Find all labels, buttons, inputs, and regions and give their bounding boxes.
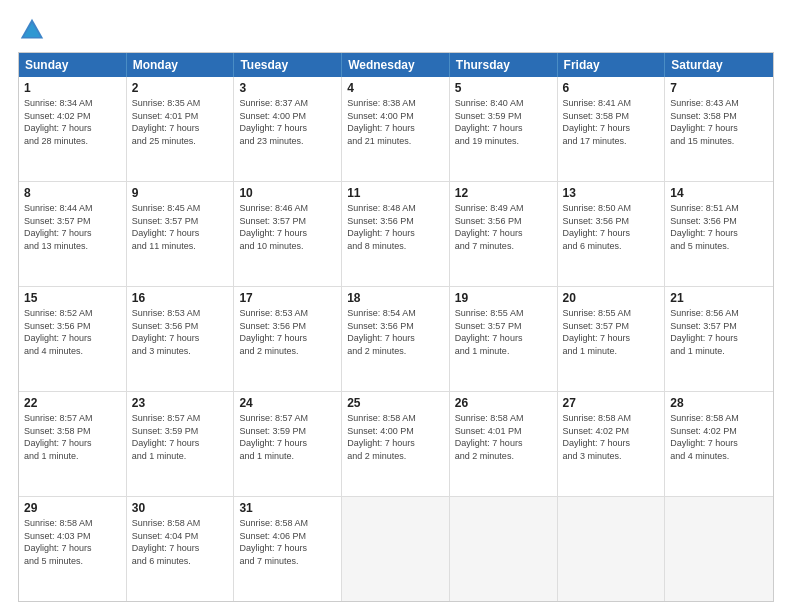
day-number: 27 xyxy=(563,396,660,410)
day-info: Sunrise: 8:37 AM Sunset: 4:00 PM Dayligh… xyxy=(239,97,336,147)
header-day-wednesday: Wednesday xyxy=(342,53,450,77)
day-cell-17: 17Sunrise: 8:53 AM Sunset: 3:56 PM Dayli… xyxy=(234,287,342,391)
day-info: Sunrise: 8:41 AM Sunset: 3:58 PM Dayligh… xyxy=(563,97,660,147)
day-cell-7: 7Sunrise: 8:43 AM Sunset: 3:58 PM Daylig… xyxy=(665,77,773,181)
header-day-sunday: Sunday xyxy=(19,53,127,77)
day-number: 20 xyxy=(563,291,660,305)
day-number: 22 xyxy=(24,396,121,410)
day-cell-15: 15Sunrise: 8:52 AM Sunset: 3:56 PM Dayli… xyxy=(19,287,127,391)
day-number: 14 xyxy=(670,186,768,200)
day-info: Sunrise: 8:35 AM Sunset: 4:01 PM Dayligh… xyxy=(132,97,229,147)
day-info: Sunrise: 8:58 AM Sunset: 4:03 PM Dayligh… xyxy=(24,517,121,567)
day-info: Sunrise: 8:58 AM Sunset: 4:01 PM Dayligh… xyxy=(455,412,552,462)
day-number: 23 xyxy=(132,396,229,410)
day-number: 4 xyxy=(347,81,444,95)
day-cell-14: 14Sunrise: 8:51 AM Sunset: 3:56 PM Dayli… xyxy=(665,182,773,286)
day-cell-22: 22Sunrise: 8:57 AM Sunset: 3:58 PM Dayli… xyxy=(19,392,127,496)
day-info: Sunrise: 8:52 AM Sunset: 3:56 PM Dayligh… xyxy=(24,307,121,357)
day-number: 1 xyxy=(24,81,121,95)
day-number: 18 xyxy=(347,291,444,305)
day-cell-2: 2Sunrise: 8:35 AM Sunset: 4:01 PM Daylig… xyxy=(127,77,235,181)
day-info: Sunrise: 8:54 AM Sunset: 3:56 PM Dayligh… xyxy=(347,307,444,357)
day-info: Sunrise: 8:44 AM Sunset: 3:57 PM Dayligh… xyxy=(24,202,121,252)
day-cell-20: 20Sunrise: 8:55 AM Sunset: 3:57 PM Dayli… xyxy=(558,287,666,391)
day-number: 31 xyxy=(239,501,336,515)
day-number: 29 xyxy=(24,501,121,515)
day-info: Sunrise: 8:57 AM Sunset: 3:58 PM Dayligh… xyxy=(24,412,121,462)
day-number: 3 xyxy=(239,81,336,95)
day-number: 5 xyxy=(455,81,552,95)
day-cell-30: 30Sunrise: 8:58 AM Sunset: 4:04 PM Dayli… xyxy=(127,497,235,601)
day-cell-6: 6Sunrise: 8:41 AM Sunset: 3:58 PM Daylig… xyxy=(558,77,666,181)
day-number: 16 xyxy=(132,291,229,305)
day-info: Sunrise: 8:58 AM Sunset: 4:00 PM Dayligh… xyxy=(347,412,444,462)
day-info: Sunrise: 8:55 AM Sunset: 3:57 PM Dayligh… xyxy=(455,307,552,357)
day-number: 28 xyxy=(670,396,768,410)
empty-cell xyxy=(342,497,450,601)
calendar-header: SundayMondayTuesdayWednesdayThursdayFrid… xyxy=(19,53,773,77)
calendar-row-3: 15Sunrise: 8:52 AM Sunset: 3:56 PM Dayli… xyxy=(19,286,773,391)
day-number: 13 xyxy=(563,186,660,200)
page: SundayMondayTuesdayWednesdayThursdayFrid… xyxy=(0,0,792,612)
day-cell-16: 16Sunrise: 8:53 AM Sunset: 3:56 PM Dayli… xyxy=(127,287,235,391)
day-number: 2 xyxy=(132,81,229,95)
day-number: 9 xyxy=(132,186,229,200)
day-info: Sunrise: 8:38 AM Sunset: 4:00 PM Dayligh… xyxy=(347,97,444,147)
day-cell-10: 10Sunrise: 8:46 AM Sunset: 3:57 PM Dayli… xyxy=(234,182,342,286)
calendar-row-1: 1Sunrise: 8:34 AM Sunset: 4:02 PM Daylig… xyxy=(19,77,773,181)
day-cell-13: 13Sunrise: 8:50 AM Sunset: 3:56 PM Dayli… xyxy=(558,182,666,286)
day-info: Sunrise: 8:57 AM Sunset: 3:59 PM Dayligh… xyxy=(132,412,229,462)
day-number: 25 xyxy=(347,396,444,410)
header-day-thursday: Thursday xyxy=(450,53,558,77)
day-cell-29: 29Sunrise: 8:58 AM Sunset: 4:03 PM Dayli… xyxy=(19,497,127,601)
header-day-friday: Friday xyxy=(558,53,666,77)
day-info: Sunrise: 8:43 AM Sunset: 3:58 PM Dayligh… xyxy=(670,97,768,147)
header-day-monday: Monday xyxy=(127,53,235,77)
day-number: 12 xyxy=(455,186,552,200)
day-info: Sunrise: 8:51 AM Sunset: 3:56 PM Dayligh… xyxy=(670,202,768,252)
day-number: 10 xyxy=(239,186,336,200)
day-number: 11 xyxy=(347,186,444,200)
day-cell-11: 11Sunrise: 8:48 AM Sunset: 3:56 PM Dayli… xyxy=(342,182,450,286)
logo-icon xyxy=(18,16,46,44)
day-number: 17 xyxy=(239,291,336,305)
day-info: Sunrise: 8:58 AM Sunset: 4:06 PM Dayligh… xyxy=(239,517,336,567)
day-cell-25: 25Sunrise: 8:58 AM Sunset: 4:00 PM Dayli… xyxy=(342,392,450,496)
day-cell-24: 24Sunrise: 8:57 AM Sunset: 3:59 PM Dayli… xyxy=(234,392,342,496)
day-number: 15 xyxy=(24,291,121,305)
day-number: 24 xyxy=(239,396,336,410)
day-cell-9: 9Sunrise: 8:45 AM Sunset: 3:57 PM Daylig… xyxy=(127,182,235,286)
day-cell-26: 26Sunrise: 8:58 AM Sunset: 4:01 PM Dayli… xyxy=(450,392,558,496)
day-cell-28: 28Sunrise: 8:58 AM Sunset: 4:02 PM Dayli… xyxy=(665,392,773,496)
day-number: 19 xyxy=(455,291,552,305)
day-info: Sunrise: 8:58 AM Sunset: 4:02 PM Dayligh… xyxy=(563,412,660,462)
day-info: Sunrise: 8:53 AM Sunset: 3:56 PM Dayligh… xyxy=(239,307,336,357)
day-cell-8: 8Sunrise: 8:44 AM Sunset: 3:57 PM Daylig… xyxy=(19,182,127,286)
day-info: Sunrise: 8:56 AM Sunset: 3:57 PM Dayligh… xyxy=(670,307,768,357)
day-cell-1: 1Sunrise: 8:34 AM Sunset: 4:02 PM Daylig… xyxy=(19,77,127,181)
empty-cell xyxy=(665,497,773,601)
day-number: 21 xyxy=(670,291,768,305)
day-cell-27: 27Sunrise: 8:58 AM Sunset: 4:02 PM Dayli… xyxy=(558,392,666,496)
day-cell-12: 12Sunrise: 8:49 AM Sunset: 3:56 PM Dayli… xyxy=(450,182,558,286)
day-cell-18: 18Sunrise: 8:54 AM Sunset: 3:56 PM Dayli… xyxy=(342,287,450,391)
calendar-row-4: 22Sunrise: 8:57 AM Sunset: 3:58 PM Dayli… xyxy=(19,391,773,496)
calendar-row-2: 8Sunrise: 8:44 AM Sunset: 3:57 PM Daylig… xyxy=(19,181,773,286)
calendar-row-5: 29Sunrise: 8:58 AM Sunset: 4:03 PM Dayli… xyxy=(19,496,773,601)
empty-cell xyxy=(450,497,558,601)
day-info: Sunrise: 8:48 AM Sunset: 3:56 PM Dayligh… xyxy=(347,202,444,252)
header-day-saturday: Saturday xyxy=(665,53,773,77)
day-number: 6 xyxy=(563,81,660,95)
day-number: 8 xyxy=(24,186,121,200)
header xyxy=(18,16,774,44)
day-cell-4: 4Sunrise: 8:38 AM Sunset: 4:00 PM Daylig… xyxy=(342,77,450,181)
day-info: Sunrise: 8:45 AM Sunset: 3:57 PM Dayligh… xyxy=(132,202,229,252)
day-cell-23: 23Sunrise: 8:57 AM Sunset: 3:59 PM Dayli… xyxy=(127,392,235,496)
day-info: Sunrise: 8:46 AM Sunset: 3:57 PM Dayligh… xyxy=(239,202,336,252)
day-cell-31: 31Sunrise: 8:58 AM Sunset: 4:06 PM Dayli… xyxy=(234,497,342,601)
logo xyxy=(18,16,50,44)
day-info: Sunrise: 8:50 AM Sunset: 3:56 PM Dayligh… xyxy=(563,202,660,252)
day-cell-19: 19Sunrise: 8:55 AM Sunset: 3:57 PM Dayli… xyxy=(450,287,558,391)
day-number: 30 xyxy=(132,501,229,515)
empty-cell xyxy=(558,497,666,601)
